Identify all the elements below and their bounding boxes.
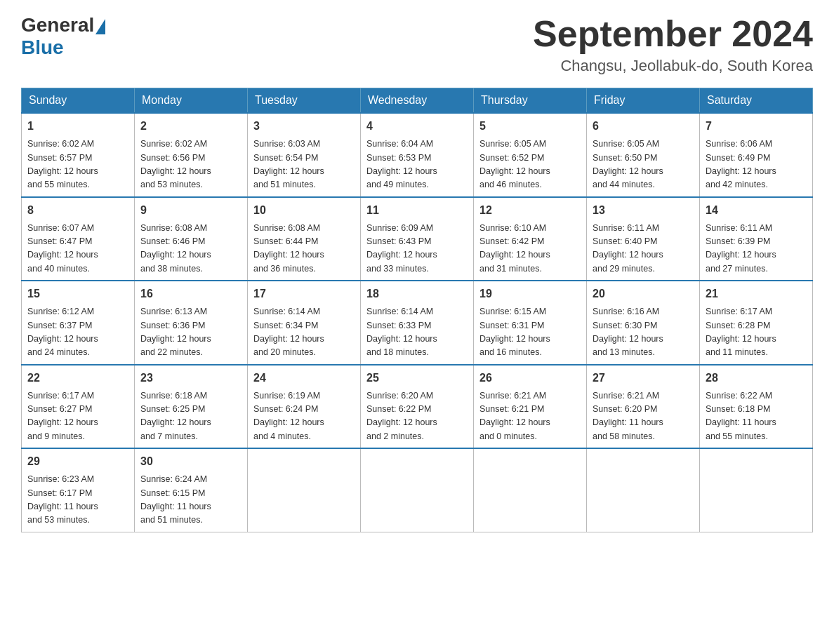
- calendar-day-cell: 17Sunrise: 6:14 AMSunset: 6:34 PMDayligh…: [248, 281, 361, 365]
- calendar-day-cell: 5Sunrise: 6:05 AMSunset: 6:52 PMDaylight…: [474, 113, 587, 197]
- day-info: Sunrise: 6:14 AMSunset: 6:34 PMDaylight:…: [253, 305, 355, 360]
- calendar-day-cell: 30Sunrise: 6:24 AMSunset: 6:15 PMDayligh…: [135, 448, 248, 532]
- calendar-week-row: 8Sunrise: 6:07 AMSunset: 6:47 PMDaylight…: [22, 197, 813, 281]
- day-of-week-header: Monday: [135, 88, 248, 114]
- calendar-day-cell: 6Sunrise: 6:05 AMSunset: 6:50 PMDaylight…: [587, 113, 700, 197]
- day-info: Sunrise: 6:21 AMSunset: 6:20 PMDaylight:…: [593, 389, 694, 444]
- day-number: 4: [366, 118, 468, 135]
- calendar-week-row: 22Sunrise: 6:17 AMSunset: 6:27 PMDayligh…: [22, 365, 813, 449]
- day-info: Sunrise: 6:05 AMSunset: 6:50 PMDaylight:…: [593, 137, 694, 192]
- calendar-week-row: 1Sunrise: 6:02 AMSunset: 6:57 PMDaylight…: [22, 113, 813, 197]
- calendar-day-cell: 8Sunrise: 6:07 AMSunset: 6:47 PMDaylight…: [22, 197, 135, 281]
- day-of-week-header: Tuesday: [248, 88, 361, 114]
- day-number: 29: [27, 453, 128, 470]
- calendar-day-cell: 29Sunrise: 6:23 AMSunset: 6:17 PMDayligh…: [22, 448, 135, 532]
- day-of-week-header: Wednesday: [361, 88, 474, 114]
- calendar-day-cell: 7Sunrise: 6:06 AMSunset: 6:49 PMDaylight…: [700, 113, 813, 197]
- day-number: 25: [366, 370, 468, 387]
- calendar-day-cell: 18Sunrise: 6:14 AMSunset: 6:33 PMDayligh…: [361, 281, 474, 365]
- calendar-day-cell: 16Sunrise: 6:13 AMSunset: 6:36 PMDayligh…: [135, 281, 248, 365]
- day-info: Sunrise: 6:19 AMSunset: 6:24 PMDaylight:…: [253, 389, 355, 444]
- calendar-day-cell: [587, 448, 700, 532]
- logo: General Blue: [21, 14, 107, 59]
- calendar-day-cell: 2Sunrise: 6:02 AMSunset: 6:56 PMDaylight…: [135, 113, 248, 197]
- day-of-week-header: Thursday: [474, 88, 587, 114]
- day-number: 13: [593, 202, 694, 219]
- day-number: 17: [253, 286, 355, 302]
- calendar-day-cell: 12Sunrise: 6:10 AMSunset: 6:42 PMDayligh…: [474, 197, 587, 281]
- day-info: Sunrise: 6:06 AMSunset: 6:49 PMDaylight:…: [706, 137, 807, 192]
- day-info: Sunrise: 6:02 AMSunset: 6:57 PMDaylight:…: [27, 137, 128, 192]
- day-info: Sunrise: 6:10 AMSunset: 6:42 PMDaylight:…: [479, 222, 581, 276]
- page-header: General Blue September 2024 Changsu, Jeo…: [21, 14, 813, 75]
- day-number: 15: [27, 286, 128, 302]
- calendar-day-cell: 21Sunrise: 6:17 AMSunset: 6:28 PMDayligh…: [700, 281, 813, 365]
- calendar-day-cell: [248, 448, 361, 532]
- day-number: 7: [706, 118, 807, 135]
- calendar-day-cell: [474, 448, 587, 532]
- day-info: Sunrise: 6:05 AMSunset: 6:52 PMDaylight:…: [479, 137, 581, 192]
- calendar-day-cell: 26Sunrise: 6:21 AMSunset: 6:21 PMDayligh…: [474, 365, 587, 449]
- calendar-day-cell: 25Sunrise: 6:20 AMSunset: 6:22 PMDayligh…: [361, 365, 474, 449]
- location: Changsu, Jeollabuk-do, South Korea: [533, 57, 813, 75]
- day-info: Sunrise: 6:18 AMSunset: 6:25 PMDaylight:…: [140, 389, 241, 444]
- calendar-day-cell: 4Sunrise: 6:04 AMSunset: 6:53 PMDaylight…: [361, 113, 474, 197]
- day-info: Sunrise: 6:16 AMSunset: 6:30 PMDaylight:…: [593, 305, 694, 360]
- day-number: 28: [706, 370, 807, 387]
- calendar-day-cell: 13Sunrise: 6:11 AMSunset: 6:40 PMDayligh…: [587, 197, 700, 281]
- day-number: 16: [140, 286, 241, 302]
- day-info: Sunrise: 6:07 AMSunset: 6:47 PMDaylight:…: [27, 222, 128, 276]
- logo-text: General: [21, 14, 107, 36]
- day-info: Sunrise: 6:04 AMSunset: 6:53 PMDaylight:…: [366, 137, 468, 192]
- day-info: Sunrise: 6:22 AMSunset: 6:18 PMDaylight:…: [706, 389, 807, 444]
- calendar-week-row: 15Sunrise: 6:12 AMSunset: 6:37 PMDayligh…: [22, 281, 813, 365]
- day-number: 20: [593, 286, 694, 302]
- calendar-day-cell: 1Sunrise: 6:02 AMSunset: 6:57 PMDaylight…: [22, 113, 135, 197]
- day-number: 26: [479, 370, 581, 387]
- day-of-week-header: Saturday: [700, 88, 813, 114]
- day-info: Sunrise: 6:09 AMSunset: 6:43 PMDaylight:…: [366, 222, 468, 276]
- day-number: 9: [140, 202, 241, 219]
- calendar-day-cell: 15Sunrise: 6:12 AMSunset: 6:37 PMDayligh…: [22, 281, 135, 365]
- day-info: Sunrise: 6:03 AMSunset: 6:54 PMDaylight:…: [253, 137, 355, 192]
- day-info: Sunrise: 6:11 AMSunset: 6:40 PMDaylight:…: [593, 222, 694, 276]
- day-info: Sunrise: 6:11 AMSunset: 6:39 PMDaylight:…: [706, 222, 807, 276]
- day-number: 8: [27, 202, 128, 219]
- logo-blue: Blue: [21, 36, 64, 59]
- month-title: September 2024: [533, 14, 813, 54]
- day-info: Sunrise: 6:12 AMSunset: 6:37 PMDaylight:…: [27, 305, 128, 360]
- day-number: 27: [593, 370, 694, 387]
- day-number: 5: [479, 118, 581, 135]
- day-info: Sunrise: 6:08 AMSunset: 6:46 PMDaylight:…: [140, 222, 241, 276]
- day-of-week-header: Sunday: [22, 88, 135, 114]
- day-number: 14: [706, 202, 807, 219]
- calendar-day-cell: 22Sunrise: 6:17 AMSunset: 6:27 PMDayligh…: [22, 365, 135, 449]
- calendar-day-cell: 27Sunrise: 6:21 AMSunset: 6:20 PMDayligh…: [587, 365, 700, 449]
- calendar-header-row: SundayMondayTuesdayWednesdayThursdayFrid…: [22, 88, 813, 114]
- calendar-day-cell: 9Sunrise: 6:08 AMSunset: 6:46 PMDaylight…: [135, 197, 248, 281]
- day-number: 11: [366, 202, 468, 219]
- day-info: Sunrise: 6:20 AMSunset: 6:22 PMDaylight:…: [366, 389, 468, 444]
- calendar-day-cell: 23Sunrise: 6:18 AMSunset: 6:25 PMDayligh…: [135, 365, 248, 449]
- day-info: Sunrise: 6:17 AMSunset: 6:28 PMDaylight:…: [706, 305, 807, 360]
- day-info: Sunrise: 6:17 AMSunset: 6:27 PMDaylight:…: [27, 389, 128, 444]
- day-number: 18: [366, 286, 468, 302]
- day-number: 23: [140, 370, 241, 387]
- day-info: Sunrise: 6:15 AMSunset: 6:31 PMDaylight:…: [479, 305, 581, 360]
- day-number: 3: [253, 118, 355, 135]
- calendar-week-row: 29Sunrise: 6:23 AMSunset: 6:17 PMDayligh…: [22, 448, 813, 532]
- day-info: Sunrise: 6:02 AMSunset: 6:56 PMDaylight:…: [140, 137, 241, 192]
- day-number: 1: [27, 118, 128, 135]
- calendar-day-cell: 28Sunrise: 6:22 AMSunset: 6:18 PMDayligh…: [700, 365, 813, 449]
- day-number: 24: [253, 370, 355, 387]
- calendar-table: SundayMondayTuesdayWednesdayThursdayFrid…: [21, 88, 813, 532]
- day-info: Sunrise: 6:13 AMSunset: 6:36 PMDaylight:…: [140, 305, 241, 360]
- day-info: Sunrise: 6:23 AMSunset: 6:17 PMDaylight:…: [27, 473, 128, 528]
- logo-triangle-icon: [95, 19, 105, 34]
- calendar-day-cell: 24Sunrise: 6:19 AMSunset: 6:24 PMDayligh…: [248, 365, 361, 449]
- calendar-day-cell: 19Sunrise: 6:15 AMSunset: 6:31 PMDayligh…: [474, 281, 587, 365]
- calendar-day-cell: [361, 448, 474, 532]
- logo-general: General: [21, 14, 94, 36]
- day-number: 2: [140, 118, 241, 135]
- day-number: 6: [593, 118, 694, 135]
